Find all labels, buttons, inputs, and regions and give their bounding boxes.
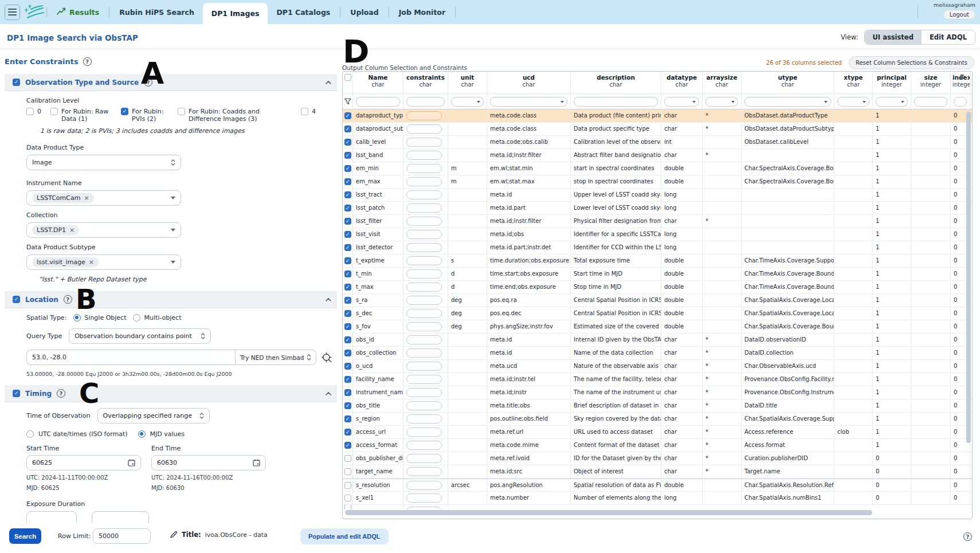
table-row[interactable]: ✓dataproduct_typemeta.code.classData pro… (343, 109, 972, 123)
table-row[interactable]: ✓t_mindtime.start;obs.exposureStart time… (343, 268, 972, 281)
row-checkbox[interactable] (344, 505, 351, 509)
table-row[interactable]: ✓access_urlmeta.ref.urlURL used to acces… (343, 426, 972, 439)
filter-input-utype[interactable] (744, 97, 831, 107)
collection-select[interactable]: LSST.DP1 × (26, 222, 181, 238)
table-row[interactable]: ✓s_radegpos.eq.raCentral Spatial Positio… (343, 294, 972, 307)
data-product-type-select[interactable]: Image (26, 155, 181, 170)
view-edit-adql-button[interactable]: Edit ADQL (922, 30, 975, 44)
row-checkbox[interactable] (344, 482, 351, 489)
vertical-scrollbar[interactable] (966, 111, 971, 505)
section-timing-header[interactable]: ✓ Timing ? (5, 385, 337, 402)
position-input[interactable]: 53.0, -28.0 (26, 350, 235, 365)
constraint-input[interactable] (406, 309, 442, 318)
table-row[interactable]: ✓lsst_tractmeta.idUpper level of LSST co… (343, 189, 972, 202)
constraint-input[interactable] (406, 454, 442, 463)
filter-input-datatype[interactable] (664, 97, 699, 107)
filter-input-unit[interactable] (451, 97, 484, 107)
row-checkbox[interactable]: ✓ (344, 323, 351, 330)
column-header-constraints[interactable]: constraintschar (403, 72, 448, 93)
constraint-input[interactable] (406, 414, 442, 423)
row-checkbox[interactable]: ✓ (344, 336, 351, 343)
constraint-input[interactable] (406, 428, 442, 437)
constraint-input[interactable] (406, 283, 442, 292)
constraint-input[interactable] (406, 190, 442, 199)
table-row[interactable]: ✓t_maxdtime.end;obs.exposureStop time in… (343, 281, 972, 294)
table-row[interactable]: ✓lsst_detectormeta.id.part;instr.detIden… (343, 241, 972, 254)
row-checkbox[interactable]: ✓ (344, 112, 351, 119)
reset-columns-button[interactable]: Reset Column Selections & Constraints (849, 56, 974, 69)
radio-label[interactable]: UTC date/times (ISO format) (38, 430, 128, 438)
mjd-radio[interactable] (138, 430, 146, 438)
single-object-radio[interactable] (73, 314, 81, 321)
logout-button[interactable]: Logout (943, 10, 975, 19)
constraint-input[interactable] (406, 441, 442, 450)
filter-input-arraysize[interactable] (705, 97, 738, 107)
section-observation-checkbox[interactable]: ✓ (13, 79, 20, 86)
constraint-input[interactable] (406, 151, 442, 160)
row-checkbox[interactable]: ✓ (344, 218, 351, 225)
table-row[interactable]: ✓obs_collectionmeta.idName of the data c… (343, 347, 972, 360)
filter-input-size[interactable] (914, 97, 947, 107)
row-checkbox[interactable]: ✓ (344, 152, 351, 159)
utc-radio[interactable] (26, 430, 34, 438)
calendar-icon[interactable] (128, 459, 135, 466)
table-row[interactable]: ✓em_minmem.wl;stat.minstart in spectral … (343, 162, 972, 175)
firefly-logo-icon[interactable] (25, 4, 45, 20)
chevron-up-icon[interactable] (326, 298, 331, 301)
chevron-down-icon[interactable] (171, 229, 175, 232)
chevron-up-icon[interactable] (326, 392, 331, 395)
checkbox[interactable]: ✓ (26, 108, 34, 115)
tab-results[interactable]: Results (48, 0, 108, 24)
tab-rubin-hips-search[interactable]: Rubin HiPS Search (111, 0, 203, 24)
filter-funnel-icon[interactable] (344, 98, 351, 105)
row-checkbox[interactable]: ✓ (344, 389, 351, 396)
row-checkbox[interactable]: ✓ (344, 402, 351, 409)
remove-chip-icon[interactable]: × (89, 258, 94, 266)
calibration-option-3[interactable]: ✓ For Rubin: Coadds and Difference Image… (178, 108, 292, 123)
table-row[interactable]: ✓instrument_namemeta.id;instrThe name of… (343, 386, 972, 399)
section-location-header[interactable]: ✓ Location ? (5, 291, 337, 308)
row-checkbox[interactable]: ✓ (344, 165, 351, 172)
calibration-option-2[interactable]: ✓ For Rubin: PVIs (2) (121, 108, 168, 123)
help-icon[interactable]: ? (57, 389, 65, 398)
checkbox[interactable]: ✓ (50, 108, 58, 115)
help-icon[interactable]: ? (64, 295, 72, 304)
constraint-input[interactable] (406, 164, 442, 173)
table-row[interactable]: ✓s_regionpos.outline;obs.fieldSky region… (343, 413, 972, 426)
calendar-icon[interactable] (253, 459, 260, 466)
filter-input-indexed[interactable] (954, 97, 967, 107)
row-checkbox[interactable]: ✓ (344, 350, 351, 356)
table-row[interactable]: ✓lsst_filtermeta.id;instr.filterPhysical… (343, 215, 972, 228)
constraint-input[interactable] (406, 401, 442, 410)
table-options-gear-icon[interactable]: ⚙ (959, 73, 965, 80)
constraint-input[interactable] (406, 467, 442, 476)
row-checkbox[interactable] (344, 455, 351, 462)
table-row[interactable]: ✓obs_titlemeta.title;obsBrief descriptio… (343, 399, 972, 413)
checkbox[interactable]: ✓ (178, 108, 185, 115)
radio-label[interactable]: MJD values (150, 430, 185, 438)
search-button[interactable]: Search (9, 528, 41, 544)
column-header-size[interactable]: sizeinteger (911, 72, 951, 93)
instrument-select[interactable]: LSSTComCam × (26, 190, 181, 206)
constraint-input[interactable] (406, 375, 442, 384)
column-header-arraysize[interactable]: arraysizechar (703, 72, 742, 93)
table-row[interactable]: s_xel1meta.numberNumber of elements alon… (343, 492, 972, 505)
row-limit-input[interactable]: 50000 (93, 528, 151, 544)
help-icon[interactable]: ? (83, 57, 92, 66)
checkbox[interactable]: ✓ (121, 108, 128, 115)
table-row[interactable]: ✓o_ucdmeta.ucdNature of the observable a… (343, 360, 972, 373)
row-checkbox[interactable]: ✓ (344, 139, 351, 146)
row-checkbox[interactable]: ✓ (344, 270, 351, 277)
row-checkbox[interactable]: ✓ (344, 376, 351, 383)
row-checkbox[interactable]: ✓ (344, 363, 351, 370)
end-time-input[interactable]: 60630 (151, 455, 266, 470)
subtype-select[interactable]: lsst.visit_image × (26, 254, 181, 270)
filter-input-xtype[interactable] (837, 97, 869, 107)
constraint-input[interactable] (406, 138, 442, 147)
table-row[interactable]: obs_publisher_didmeta.ref.ivoidID for th… (343, 452, 972, 465)
constraint-input[interactable] (406, 177, 442, 186)
table-row[interactable]: ✓lsst_bandmeta.id;instr.filterAbstract f… (343, 149, 972, 162)
time-of-observation-select[interactable]: Overlapping specified range (97, 408, 210, 423)
column-header-name[interactable]: Namechar (353, 72, 403, 93)
filter-input-constraints[interactable] (406, 97, 445, 107)
